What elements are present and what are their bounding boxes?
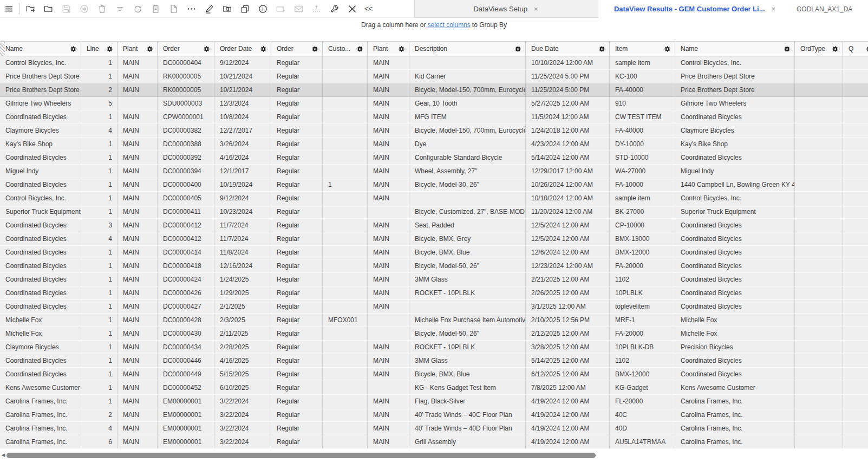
column-settings-gear-icon[interactable]: [397, 45, 406, 53]
column-settings-gear-icon[interactable]: [356, 45, 364, 53]
column-settings-gear-icon[interactable]: [831, 45, 839, 53]
table-row[interactable]: Miguel Indy1MAINDC0000039412/1/2017Regul…: [0, 165, 868, 178]
save-button[interactable]: [57, 2, 75, 16]
table-row[interactable]: Coordinated Bicycles1MAINDC000004272/1/2…: [0, 300, 868, 314]
column-header-order-date[interactable]: Order Date: [214, 42, 271, 56]
table-row[interactable]: Coordinated Bicycles1MAINDC000004495/15/…: [0, 368, 868, 381]
column-header-q[interactable]: Q: [843, 42, 868, 56]
cell: MAIN: [118, 259, 158, 272]
folder-export-button[interactable]: [22, 2, 40, 16]
column-header-description[interactable]: Description: [409, 42, 526, 56]
folder-search-button[interactable]: [218, 2, 236, 16]
column-header-plant[interactable]: Plant: [118, 42, 158, 56]
clipboard-button[interactable]: [147, 2, 165, 16]
folder-search-icon: [222, 4, 232, 14]
tools-button[interactable]: [343, 2, 361, 16]
record-button[interactable]: [75, 2, 93, 16]
table-row[interactable]: Price Brothers Dept Store2MAINRK00000005…: [0, 83, 868, 97]
column-header-plant[interactable]: Plant: [368, 42, 409, 56]
table-row[interactable]: Coordinated Bicycles1MAINCPW000000110/8/…: [0, 110, 868, 124]
table-row[interactable]: Kay's Bike Shop1MAINDC000003883/26/2024R…: [0, 138, 868, 151]
table-row[interactable]: Coordinated Bicycles4MAINDC0000041211/7/…: [0, 232, 868, 246]
folder-open-button[interactable]: [40, 2, 57, 16]
trash-button[interactable]: [93, 2, 111, 16]
column-header-name[interactable]: Name: [0, 42, 81, 56]
table-row[interactable]: Coordinated Bicycles1MAINDC000004464/16/…: [0, 354, 868, 368]
table-row[interactable]: Coordinated Bicycles1MAINDC0000041812/16…: [0, 259, 868, 273]
cell: DC00000418: [158, 259, 214, 272]
column-settings-gear-icon[interactable]: [598, 45, 606, 53]
table-row[interactable]: Coordinated Bicycles1MAINDC0000041411/8/…: [0, 246, 868, 259]
table-row[interactable]: Carolina Frames, Inc.2MAINEM000000013/22…: [0, 408, 868, 422]
table-row[interactable]: Control Bicycles, Inc.1MAINDC000004049/1…: [0, 56, 868, 70]
column-settings-gear-icon[interactable]: [106, 45, 114, 53]
frame-add-button[interactable]: [272, 2, 290, 16]
cell: 6/12/2025 12:00 AM: [526, 368, 610, 381]
column-settings-gear-icon[interactable]: [69, 45, 77, 53]
table-row[interactable]: Carolina Frames, Inc.4MAINEM000000013/22…: [0, 422, 868, 435]
info-button[interactable]: [254, 2, 272, 16]
filter-button[interactable]: [111, 2, 129, 16]
table-row[interactable]: Price Brothers Dept Store1MAINRK00000005…: [0, 70, 868, 83]
tab-close-icon[interactable]: ×: [771, 5, 777, 13]
edit-button[interactable]: [200, 2, 218, 16]
ellipsis-button[interactable]: [182, 2, 200, 16]
refresh-button[interactable]: [129, 2, 147, 16]
column-settings-gear-icon[interactable]: [514, 45, 522, 53]
cell: 10/21/2024: [214, 83, 271, 96]
column-settings-gear-icon[interactable]: [663, 45, 671, 53]
table-row[interactable]: Michelle Fox1MAINDC000004282/3/2025Regul…: [0, 314, 868, 327]
collapse-toolbar-button[interactable]: <<: [361, 4, 375, 13]
mail-button[interactable]: [290, 2, 308, 16]
column-header-custo-[interactable]: Custo...: [323, 42, 368, 56]
tab-dataviews-setup[interactable]: DataViews Setup×: [414, 0, 598, 18]
table-row[interactable]: Gilmore Two Wheelers5SDU000000312/3/2024…: [0, 97, 868, 110]
table-row[interactable]: Carolina Frames, Inc.1MAINEM000000013/22…: [0, 395, 868, 408]
column-settings-gear-icon[interactable]: [783, 45, 791, 53]
scroll-left-arrow-icon[interactable]: ◀: [0, 452, 6, 458]
cell: 3MM Glass: [409, 354, 526, 367]
table-row[interactable]: Superior Truck Equipment1MAINDC000004111…: [0, 205, 868, 219]
table-row[interactable]: Michelle Fox1MAINDC000004302/11/2025Regu…: [0, 327, 868, 341]
column-header-line[interactable]: Line: [81, 42, 118, 56]
cell: Regular: [271, 219, 323, 232]
table-row[interactable]: Carolina Frames, Inc.6MAINEM000000013/22…: [0, 435, 868, 449]
table-row[interactable]: Coordinated Bicycles3MAINDC0000041211/7/…: [0, 219, 868, 232]
scrollbar-thumb[interactable]: [6, 453, 596, 458]
table-row[interactable]: Kens Awesome Customer1MAINDC000004526/10…: [0, 381, 868, 395]
cell: 2/21/2025 12:00 AM: [526, 273, 610, 286]
hierarchy-button[interactable]: [308, 2, 325, 16]
cell: 40C: [610, 408, 675, 421]
cell: MAIN: [118, 70, 158, 83]
table-row[interactable]: Coordinated Bicycles1MAINDC000003924/16/…: [0, 151, 868, 165]
cell: [795, 97, 843, 110]
column-settings-gear-icon[interactable]: [203, 45, 211, 53]
menu-button[interactable]: [0, 2, 18, 16]
column-header-order[interactable]: Order: [158, 42, 214, 56]
column-settings-gear-icon[interactable]: [146, 45, 154, 53]
column-header-ordtype[interactable]: OrdType: [795, 42, 843, 56]
select-columns-link[interactable]: select columns: [427, 21, 470, 29]
cell: MAIN: [368, 422, 409, 435]
table-row[interactable]: Claymore Bicycles4MAINDC0000038212/27/20…: [0, 124, 868, 138]
tab-dataview-results[interactable]: DataView Results - GEM Customer Order Li…: [598, 0, 792, 18]
table-row[interactable]: Coordinated Bicycles1MAINDC0000040010/19…: [0, 178, 868, 192]
table-row[interactable]: Claymore Bicycles1MAINDC000004342/28/202…: [0, 341, 868, 354]
copy-button[interactable]: [236, 2, 254, 16]
column-settings-gear-icon[interactable]: [865, 45, 868, 53]
table-row[interactable]: Coordinated Bicycles1MAINDC000004241/24/…: [0, 273, 868, 286]
tab-close-icon[interactable]: ×: [533, 5, 539, 13]
column-header-order[interactable]: Order: [271, 42, 323, 56]
row-drag-handle[interactable]: [0, 42, 5, 56]
tab-overflow-label[interactable]: GODLAN_AX1_DA: [792, 0, 868, 18]
cell: 3/1/2025 12:00 AM: [526, 300, 610, 313]
column-header-name[interactable]: Name: [675, 42, 795, 56]
column-settings-gear-icon[interactable]: [311, 45, 319, 53]
document-button[interactable]: [165, 2, 182, 16]
column-header-item[interactable]: Item: [610, 42, 675, 56]
table-row[interactable]: Control Bicycles, Inc.1MAINDC000004059/1…: [0, 192, 868, 205]
column-header-due-date[interactable]: Due Date: [526, 42, 610, 56]
column-settings-gear-icon[interactable]: [259, 45, 267, 53]
wrench-button[interactable]: [325, 2, 343, 16]
table-row[interactable]: Coordinated Bicycles1MAINDC000004261/29/…: [0, 286, 868, 300]
